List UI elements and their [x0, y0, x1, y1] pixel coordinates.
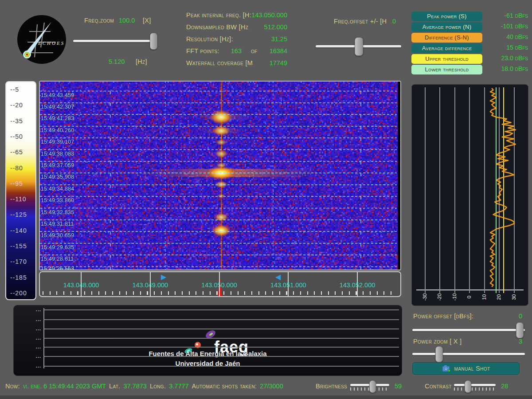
status-bar: Now:vi. ene. 6 15:49:44 2023 GMTLat.37.7… [5, 382, 286, 390]
legend-table: Peak power (S)-61 dBfsAverage power (N)-… [411, 12, 529, 76]
manual-shot-button[interactable]: manual Shot [412, 362, 520, 375]
freq-offset-slider-handle[interactable] [355, 37, 363, 56]
freq-zoom-slider-handle[interactable] [150, 33, 157, 50]
interval-start-marker[interactable]: ▶ [161, 273, 166, 281]
stat-peak-interval-value: 143.050.000 [222, 12, 287, 19]
interval-end-marker[interactable]: ◀ [275, 273, 281, 281]
events-row-label: ... [30, 363, 41, 368]
shots-value: 27/3000 [260, 383, 283, 390]
power-trace [412, 85, 528, 305]
colorbar-tick: --20 [10, 102, 23, 109]
waterfall-timestamp: 15:49:29.635 [41, 244, 74, 250]
brightness-value: 59 [395, 383, 402, 390]
stat-fft-points-label: FFT points: [186, 47, 219, 55]
long-label: Long. [150, 383, 166, 390]
camera-icon [442, 365, 451, 372]
events-row-label: ... [30, 335, 41, 340]
waterfall-timestamp: 15:49:41.283 [41, 115, 74, 121]
frequency-tick-label: 143.051.000 [270, 282, 306, 289]
lat-value: 37.7873 [123, 383, 146, 390]
shots-label: Automatic shots taken: [192, 383, 257, 390]
waterfall-timestamp: 15:49:37.059 [41, 162, 74, 168]
contrast-slider-handle[interactable] [465, 380, 471, 393]
waterfall-timestamp: 15:49:31.811 [41, 221, 74, 227]
power-zoom-value: 3 [497, 338, 522, 345]
legend-row-1[interactable]: Peak power (S) [411, 12, 482, 21]
now-value: vi. ene. 6 15:49:44 2023 GMT [23, 383, 106, 390]
frequency-tick-label: 143.052.000 [340, 282, 376, 289]
colorbar: --5--20--35--50--65--80--95--110--125--1… [5, 81, 36, 300]
power-zoom-slider-handle[interactable] [435, 346, 443, 362]
echoes-logo-text: ECHOES [38, 40, 65, 46]
frequency-tick-label: 143.050.000 [201, 282, 237, 289]
waterfall-timestamp: 15:49:35.908 [41, 174, 74, 180]
bottom-edge [0, 395, 532, 399]
frequency-tick-label: 143.048.000 [63, 282, 99, 289]
power-offset-value: 0 [497, 313, 522, 320]
colorbar-tick: --65 [10, 149, 23, 156]
colorbar-tick: --140 [10, 227, 27, 234]
power-zoom-slider-track[interactable] [412, 353, 525, 355]
waterfall-spectrogram[interactable] [40, 82, 400, 270]
events-gridline [43, 347, 399, 348]
echoes-logo: ECHOES [17, 15, 66, 66]
power-spectrum-panel[interactable]: -30-20-100102030 [411, 84, 528, 306]
legend-value-2: -101 dBfs [486, 23, 528, 30]
frequency-axis[interactable]: ▶ ◀ 143.048.000143.049.000143.050.000143… [39, 271, 401, 297]
now-label: Now: [5, 383, 20, 390]
freq-offset-value: 0 [380, 18, 396, 25]
legend-row-6[interactable]: Lower threshold [411, 65, 482, 74]
freq-zoom-label: Freq.zoom [84, 17, 114, 24]
colorbar-tick: --110 [10, 196, 27, 203]
waterfall-timestamp: 15:49:42.307 [41, 104, 74, 110]
freq-zoom-slider-track[interactable] [73, 40, 156, 42]
stat-fft-points-total: 16384 [248, 47, 287, 55]
colorbar-tick: --35 [10, 117, 23, 125]
waterfall-timestamp: 15:49:39.107 [41, 139, 74, 145]
power-offset-slider-handle[interactable] [516, 322, 524, 338]
legend-row-5[interactable]: Upper threshold [411, 54, 482, 64]
legend-value-6: 18.0 dBfs [486, 65, 528, 72]
contrast-value: 28 [501, 383, 508, 390]
power-offset-label: Power offset [dBfs]: [413, 313, 473, 320]
legend-value-1: -61 dBfs [486, 12, 528, 19]
legend-value-4: 15 dBfs [486, 44, 528, 51]
freq-resolution-value: 5.120 [109, 58, 125, 65]
brightness-slider-handle[interactable] [369, 380, 376, 393]
stat-fft-points-value: 163 [219, 47, 242, 55]
events-row-label: ... [30, 326, 41, 331]
contrast-slider-track[interactable] [454, 384, 496, 386]
waterfall-panel[interactable]: 15:49:43.45915:49:42.30715:49:41.28315:4… [39, 81, 401, 270]
stat-waterfall-coverage-value: 17749 [222, 59, 287, 66]
waterfall-timestamp: 15:49:26.563 [41, 266, 74, 270]
stat-downsampled-bw-value: 512.000 [222, 23, 287, 31]
colorbar-tick: --155 [10, 243, 27, 250]
waterfall-timestamp: 15:49:40.260 [41, 127, 74, 133]
legend-row-4[interactable]: Average difference [411, 43, 482, 53]
events-row-label: ... [30, 353, 41, 359]
events-gridline [43, 329, 399, 329]
power-zoom-label: Power zoom [ X ] [413, 338, 462, 345]
lat-label: Lat. [109, 383, 120, 390]
colorbar-tick: --5 [10, 86, 19, 93]
contrast-label: Contrast [425, 383, 452, 390]
legend-row-2[interactable]: Average power (N) [411, 22, 482, 32]
colorbar-tick: --200 [10, 289, 27, 297]
waterfall-timestamp: 15:49:33.860 [41, 197, 74, 203]
waterfall-timestamp: 15:49:28.611 [41, 256, 74, 262]
echoes-logo-image: ECHOES [17, 15, 66, 64]
legend-value-5: 23.0 dBfs [486, 55, 528, 62]
power-offset-slider-track[interactable] [412, 329, 525, 331]
waterfall-timestamp: 15:49:34.884 [41, 186, 74, 192]
freq-resolution-unit: [Hz] [136, 58, 147, 65]
freq-offset-label: Freq.offset +/- [H [334, 18, 387, 25]
echoes-app-window: ECHOES Freq.zoom 100.0 [X] 5.120 [Hz] Pe… [0, 0, 532, 399]
freq-zoom-value: 100.0 [119, 17, 135, 24]
stat-resolution-value: 31.25 [222, 35, 287, 43]
events-row-label: ... [30, 307, 41, 312]
events-panel: faeg Fuentes de Alta Energía en la Galax… [13, 305, 402, 376]
legend-row-3[interactable]: Difference (S-N) [411, 33, 482, 43]
events-gridline [43, 356, 399, 357]
waterfall-timestamp: 15:49:30.659 [41, 232, 74, 239]
colorbar-tick: --80 [10, 164, 23, 172]
